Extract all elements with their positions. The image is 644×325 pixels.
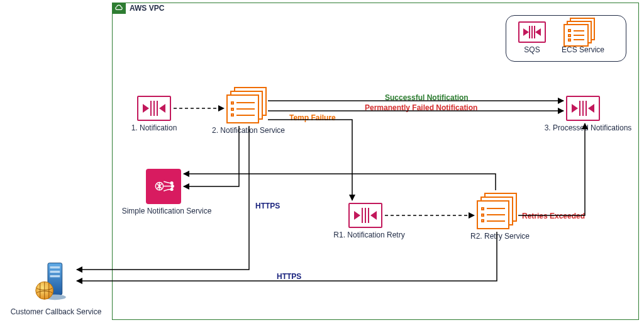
- node-notification-label: 1. Notification: [126, 123, 182, 132]
- node-processed-label: 3. Processed Notifications: [541, 123, 635, 132]
- node-notification-service-ecs: [226, 87, 267, 123]
- node-notification-service-label: 2. Notification Service: [208, 126, 289, 135]
- legend-sqs-label: SQS: [518, 45, 546, 54]
- node-retry-label: R1. Notification Retry: [328, 231, 410, 239]
- svg-rect-5: [50, 266, 60, 269]
- node-sns-label: Simple Notification Service: [119, 207, 214, 215]
- svg-rect-7: [50, 275, 60, 278]
- edge-label-retries: Retries Exceeded: [522, 212, 585, 220]
- svg-rect-6: [50, 271, 60, 273]
- node-retry-service-label: R2. Retry Service: [465, 232, 535, 241]
- node-retry-service-ecs: [477, 193, 517, 229]
- edge-label-https1: HTTPS: [255, 202, 280, 210]
- svg-point-3: [171, 188, 174, 191]
- node-processed-sqs: [566, 96, 600, 121]
- legend-ecs-icon: [564, 18, 595, 47]
- svg-point-1: [171, 182, 174, 185]
- node-retry-sqs: [348, 203, 382, 228]
- aws-vpc-title: AWS VPC: [130, 4, 164, 13]
- aws-vpc-icon: [112, 3, 126, 14]
- node-callback-label: Customer Callback Service: [9, 307, 103, 316]
- node-notification-sqs: [137, 96, 171, 121]
- node-callback-icon: [30, 261, 74, 305]
- edge-label-permfail: Permanently Failed Notification: [365, 103, 477, 112]
- edge-label-https2: HTTPS: [277, 272, 301, 281]
- legend-sqs-icon: [518, 21, 546, 43]
- node-sns-icon: [146, 169, 181, 204]
- edge-label-success: Successful Notification: [385, 93, 469, 102]
- edge-label-tempfail: Temp Failure: [289, 113, 336, 122]
- svg-point-2: [172, 185, 174, 188]
- legend-ecs-label: ECS Service: [555, 45, 611, 54]
- diagram-stage: AWS VPC SQS ECS Service 1. Notification: [0, 0, 644, 325]
